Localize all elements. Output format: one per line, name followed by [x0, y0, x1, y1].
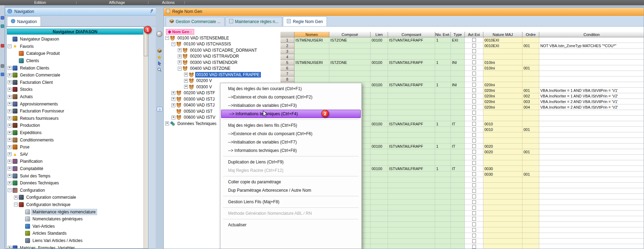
cell-avt-exi[interactable]: [465, 205, 483, 211]
cell-type[interactable]: [451, 227, 465, 233]
cell-type[interactable]: IT: [451, 144, 465, 149]
row-number[interactable]: 6: [280, 65, 294, 71]
cell-type[interactable]: [451, 71, 465, 76]
cell-lien[interactable]: [371, 116, 388, 121]
avt-exi-checkbox[interactable]: [472, 111, 476, 115]
cell-avt-exi[interactable]: [465, 54, 483, 60]
cell-type[interactable]: [451, 149, 465, 155]
minus-expander-icon[interactable]: −: [178, 67, 182, 71]
cell-niv-ex-[interactable]: [435, 171, 451, 177]
cell-avt-exi[interactable]: [465, 211, 483, 216]
avt-exi-checkbox[interactable]: [472, 83, 476, 87]
avt-exi-checkbox[interactable]: [472, 122, 476, 126]
cell-lien[interactable]: [371, 65, 388, 71]
cell-ordre[interactable]: [522, 144, 539, 149]
cell-type[interactable]: [451, 43, 465, 49]
cell-type[interactable]: [451, 132, 465, 138]
cell-nature-maj[interactable]: 0030: [483, 166, 522, 171]
cell-niv-ex-[interactable]: 1: [435, 60, 451, 65]
cell-avt-exi[interactable]: [465, 60, 483, 65]
cell-type[interactable]: [451, 205, 465, 211]
cell-nomen[interactable]: [294, 65, 329, 71]
cell-condition[interactable]: [539, 233, 644, 239]
avt-exi-checkbox[interactable]: [472, 88, 476, 92]
tab-maintenance-r-gles-n-[interactable]: Maintenance règles n...: [225, 17, 283, 26]
cell-lien[interactable]: [371, 71, 388, 76]
cell-ordre[interactable]: [522, 121, 539, 127]
alert-icon[interactable]: [1, 44, 4, 47]
cell-composant[interactable]: [388, 138, 435, 144]
cell-niv-ex-[interactable]: 1: [435, 166, 451, 171]
cell-type[interactable]: [451, 211, 465, 216]
cell-ordre[interactable]: [522, 49, 539, 54]
avt-exi-checkbox[interactable]: [472, 77, 476, 81]
gen-tree-item[interactable]: −00100 VAD ISTENSEMBLE: [164, 35, 280, 41]
row-number[interactable]: 1: [280, 37, 294, 43]
nav-tree-item[interactable]: Maintenance règles nomenclature: [7, 208, 143, 215]
cell-ordre[interactable]: [522, 216, 539, 222]
cell-avt-exi[interactable]: [465, 144, 483, 149]
cell-composant[interactable]: [388, 71, 435, 76]
cell-lien[interactable]: [371, 127, 388, 132]
cell-niv-ex-[interactable]: [435, 239, 451, 244]
cell-niv-ex-[interactable]: [435, 227, 451, 233]
cell-composant[interactable]: [388, 160, 435, 166]
plus-expander-icon[interactable]: +: [171, 103, 175, 107]
cell-lien[interactable]: [371, 132, 388, 138]
plus-expander-icon[interactable]: +: [8, 174, 12, 178]
avt-exi-checkbox[interactable]: [472, 245, 476, 249]
nav-tree-item[interactable]: −Configuration: [7, 186, 143, 194]
cell-lien[interactable]: [371, 216, 388, 222]
avt-exi-checkbox[interactable]: [472, 49, 476, 53]
plus-expander-icon[interactable]: +: [8, 181, 12, 185]
nav-tree-item[interactable]: Vari-Articles: [7, 222, 143, 230]
nav-tree-item[interactable]: +Configuration commerciale: [7, 194, 143, 201]
cell-composant[interactable]: [388, 155, 435, 160]
context-menu-item-5[interactable]: Maj des règles des liens fils (Ctrl+F5): [220, 121, 361, 130]
cell-nature-maj[interactable]: 020Ini: [483, 99, 522, 104]
cell-nature-maj[interactable]: [483, 76, 522, 82]
nav-tree-item[interactable]: Catalogue Produit: [7, 50, 143, 57]
cell-compos-[interactable]: [329, 76, 371, 82]
cell-nature-maj[interactable]: [483, 188, 522, 194]
navigation-scrollbar[interactable]: ▲: [144, 27, 148, 248]
column-header-composant[interactable]: Composant: [388, 32, 435, 37]
cell-lien[interactable]: [371, 222, 388, 227]
cell-composant[interactable]: ISTVANTAILFRAPF: [388, 60, 435, 65]
cell-condition[interactable]: [539, 216, 644, 222]
cell-avt-exi[interactable]: [465, 110, 483, 116]
nav-tree-item[interactable]: Nomenclatures génériques: [7, 215, 143, 223]
minus-expander-icon[interactable]: −: [171, 42, 175, 46]
cell-ordre[interactable]: [522, 205, 539, 211]
plus-expander-icon[interactable]: +: [171, 91, 175, 95]
cell-niv-ex-[interactable]: [435, 127, 451, 132]
cell-condition[interactable]: [539, 183, 644, 188]
cell-composant[interactable]: [388, 132, 435, 138]
avt-exi-checkbox[interactable]: [472, 183, 476, 187]
gen-tree-item[interactable]: −00400 VAD ISTZONE: [164, 66, 280, 72]
context-menu-item-8[interactable]: --> Informations techniques (Ctrl+F8): [220, 146, 361, 155]
cell-composant[interactable]: [388, 65, 435, 71]
cell-type[interactable]: INI: [451, 60, 465, 65]
plus-expander-icon[interactable]: +: [8, 152, 12, 156]
cell-niv-ex-[interactable]: [435, 65, 451, 71]
cell-lien[interactable]: [371, 183, 388, 188]
plus-expander-icon[interactable]: +: [178, 48, 182, 52]
cell-ordre[interactable]: [522, 244, 539, 249]
cell-composant[interactable]: [388, 177, 435, 183]
plus-expander-icon[interactable]: +: [184, 73, 188, 76]
nav-tree-item[interactable]: −★Favoris: [7, 43, 143, 50]
cell-nomen[interactable]: ISTMENUISERI: [294, 37, 329, 43]
cell-nature-maj[interactable]: [483, 54, 522, 60]
cell-type[interactable]: [451, 93, 465, 99]
context-menu-item-3[interactable]: --> Informations techniques (Ctrl+F4): [221, 110, 361, 118]
plus-expander-icon[interactable]: +: [14, 196, 18, 199]
cell-composant[interactable]: [388, 127, 435, 132]
context-menu-item-6[interactable]: -->Existence et choix du composant (Ctrl…: [220, 130, 361, 138]
cell-composant[interactable]: [388, 88, 435, 93]
cell-niv-ex-[interactable]: [435, 76, 451, 82]
cell-nature-maj[interactable]: [483, 211, 522, 216]
cell-lien[interactable]: [371, 199, 388, 205]
plus-expander-icon[interactable]: +: [8, 73, 12, 77]
cell-avt-exi[interactable]: [465, 244, 483, 249]
